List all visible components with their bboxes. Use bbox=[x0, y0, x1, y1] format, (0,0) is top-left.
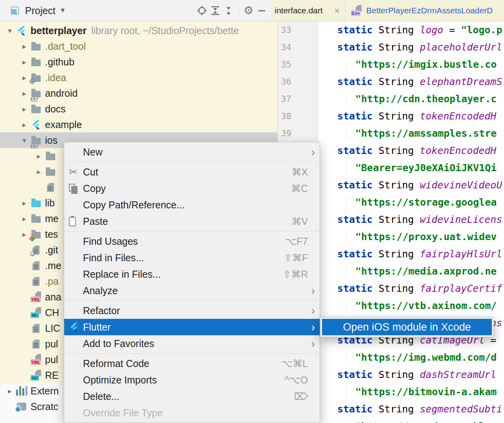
menu-item-label: Delete... bbox=[83, 391, 286, 402]
menu-item-label: Find Usages bbox=[83, 236, 277, 247]
submenu-arrow-icon: › bbox=[308, 336, 315, 351]
tree-chevron-icon[interactable]: ▸ bbox=[34, 152, 44, 161]
menu-shortcut: ⌘C bbox=[291, 183, 308, 194]
file-icon bbox=[45, 181, 56, 193]
tree-item-betterplayer[interactable]: ▾betterplayerlibrary root, ~/StudioProje… bbox=[0, 23, 278, 38]
code-line: "https://eng-demo.cable bbox=[318, 418, 504, 423]
line-number: 36 bbox=[281, 73, 292, 90]
tree-chevron-icon[interactable]: ▸ bbox=[19, 214, 29, 223]
menu-separator bbox=[65, 231, 319, 231]
menu-item-paste[interactable]: Paste⌘V bbox=[64, 213, 320, 230]
menu-item-copy[interactable]: Copy⌘C bbox=[64, 180, 320, 197]
folder-test-icon bbox=[30, 228, 42, 240]
scissors-icon: ✂ bbox=[69, 166, 83, 178]
tree-chevron-icon[interactable]: ▸ bbox=[19, 58, 29, 67]
code-line: static String tokenEncodedH bbox=[318, 108, 504, 125]
file-md-icon: MD bbox=[30, 307, 42, 318]
menu-item-add-to-favorites[interactable]: Add to Favorites› bbox=[64, 335, 320, 352]
tree-chevron-icon[interactable]: ▸ bbox=[5, 387, 15, 396]
menu-item-optimize-imports[interactable]: Optimize Imports^⌥O bbox=[64, 372, 320, 388]
menu-item-cut[interactable]: ✂Cut⌘X bbox=[64, 164, 320, 180]
menu-item-open-ios-module-in-xcode[interactable]: Open iOS module in Xcode bbox=[322, 319, 492, 335]
menu-item-delete[interactable]: Delete...⌦ bbox=[64, 388, 320, 405]
tree-item-android[interactable]: ▸android bbox=[0, 85, 278, 101]
tree-chevron-icon[interactable]: ▸ bbox=[19, 105, 29, 114]
tree-chevron-icon[interactable]: ▾ bbox=[5, 26, 15, 35]
hide-panel-icon[interactable] bbox=[255, 4, 268, 17]
folder-icon bbox=[45, 166, 56, 177]
menu-item-refactor[interactable]: Refactor› bbox=[64, 302, 320, 319]
menu-item-label: Reformat Code bbox=[83, 358, 274, 369]
tree-chevron-icon[interactable]: ▾ bbox=[19, 136, 29, 145]
project-title[interactable]: Project bbox=[25, 5, 56, 16]
tree-chevron-icon[interactable]: ▸ bbox=[19, 73, 29, 82]
project-toolbar: Project ▼ ⚙ bbox=[0, 0, 271, 22]
tree-chevron-icon[interactable]: ▸ bbox=[19, 199, 29, 208]
tree-item-label: Scratc bbox=[31, 401, 58, 412]
tree-item-label: CH bbox=[45, 307, 59, 318]
file-icon bbox=[30, 338, 42, 350]
tree-item-label: .me bbox=[45, 260, 61, 271]
menu-item-label: Paste bbox=[83, 216, 284, 227]
submenu-arrow-icon: › bbox=[308, 320, 315, 334]
tab-betterplayer-ezdrm[interactable]: C++ BetterPlayerEzDrmAssetsLoaderD bbox=[345, 0, 504, 21]
code-line: "https://vtb.axinom.com/ bbox=[318, 297, 504, 315]
code-line: "https://proxy.uat.widev bbox=[318, 228, 504, 246]
menu-item-flutter[interactable]: Flutter› bbox=[64, 319, 320, 335]
menu-item-label: Replace in Files... bbox=[83, 269, 275, 280]
menu-shortcut: ⇧⌘F bbox=[284, 252, 308, 264]
tree-item-label: ana bbox=[45, 291, 61, 303]
tree-chevron-icon[interactable]: ▸ bbox=[19, 230, 29, 239]
menu-item-analyze[interactable]: Analyze› bbox=[64, 282, 320, 299]
submenu-arrow-icon: › bbox=[308, 303, 315, 318]
tree-chevron-icon[interactable]: ▸ bbox=[19, 120, 29, 129]
tree-item-label: ios bbox=[45, 135, 58, 146]
menu-separator bbox=[65, 162, 319, 162]
expand-all-icon[interactable] bbox=[209, 4, 222, 17]
menu-item-label: Copy bbox=[83, 183, 283, 194]
menu-item-label: Override File Type bbox=[83, 407, 308, 419]
code-line: static String fairplayHlsUrl bbox=[318, 246, 504, 263]
tree-chevron-icon[interactable]: ▸ bbox=[19, 89, 29, 98]
close-tab-icon[interactable]: × bbox=[334, 5, 340, 17]
tree-chevron-icon[interactable]: ▸ bbox=[19, 42, 29, 51]
project-dropdown-arrow-icon[interactable]: ▼ bbox=[59, 7, 66, 14]
tree-item-docs[interactable]: ▸docs bbox=[0, 101, 278, 117]
tree-item-label: me bbox=[45, 213, 59, 224]
tree-item-example[interactable]: ▸example bbox=[0, 117, 278, 132]
menu-item-label: Flutter bbox=[83, 322, 308, 333]
tree-item--dart-tool[interactable]: ▸.dart_tool bbox=[0, 38, 278, 54]
menu-item-new[interactable]: New› bbox=[64, 144, 320, 160]
tree-item-label: android bbox=[45, 88, 77, 99]
file-icon bbox=[30, 275, 42, 287]
menu-item-label: Analyze bbox=[83, 285, 308, 296]
menu-item-find-usages[interactable]: Find Usages⌥F7 bbox=[64, 233, 320, 249]
submenu-arrow-icon: › bbox=[308, 283, 315, 298]
menu-item-reformat-code[interactable]: Reformat Code⌥⌘L bbox=[64, 355, 320, 372]
tree-item-label: lib bbox=[45, 197, 55, 209]
tree-item--github[interactable]: ▸.github bbox=[0, 54, 278, 70]
locate-file-icon[interactable] bbox=[195, 4, 209, 17]
tree-item-secondary-label: library root, ~/StudioProjects/bette bbox=[91, 25, 239, 36]
collapse-all-icon[interactable] bbox=[222, 4, 235, 17]
settings-gear-icon[interactable]: ⚙ bbox=[242, 4, 255, 17]
menu-item-find-in-files[interactable]: Find in Files...⇧⌘F bbox=[64, 249, 320, 266]
line-number: 35 bbox=[281, 56, 292, 73]
line-number: 39 bbox=[281, 125, 292, 142]
tree-item--idea[interactable]: ▸.idea bbox=[0, 70, 278, 85]
folder-module-icon bbox=[30, 134, 42, 146]
menu-item-copy-path-reference[interactable]: Copy Path/Reference... bbox=[64, 197, 320, 213]
tree-item-label: pul bbox=[45, 338, 58, 350]
tree-item-label: .idea bbox=[45, 72, 66, 83]
tab-interface-dart[interactable]: interface.dart × bbox=[271, 0, 345, 21]
copy-icon bbox=[69, 184, 83, 193]
file-yml-icon: YML bbox=[30, 354, 42, 365]
menu-shortcut: ⌥F7 bbox=[285, 236, 308, 247]
tree-item-label: .git bbox=[45, 244, 58, 256]
tree-item-label: docs bbox=[45, 103, 66, 115]
folder-icon bbox=[30, 40, 42, 52]
line-number: 33 bbox=[281, 22, 292, 39]
tree-chevron-icon[interactable]: ▸ bbox=[34, 167, 44, 176]
code-line: "https://amssamples.stre bbox=[318, 125, 504, 142]
menu-item-replace-in-files[interactable]: Replace in Files...⇧⌘R bbox=[64, 266, 320, 282]
